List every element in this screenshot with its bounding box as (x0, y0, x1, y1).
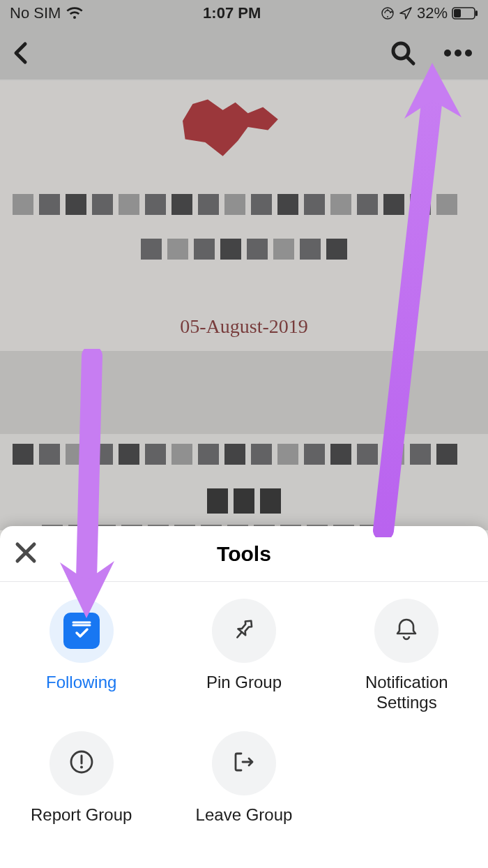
cover-caption: 05-August-2019 (0, 315, 488, 338)
location-icon (399, 6, 413, 20)
tool-report-group[interactable]: Report Group (0, 731, 162, 864)
rotation-lock-icon (381, 6, 395, 20)
tool-icon-circle (212, 599, 276, 663)
tool-icon-circle (212, 731, 276, 795)
pixelated-text (195, 488, 293, 514)
sheet-title: Tools (217, 542, 271, 566)
status-bar: No SIM 1:07 PM 32% (0, 0, 488, 27)
following-icon (63, 613, 100, 649)
svg-point-10 (80, 766, 83, 769)
cover-graphic (170, 96, 296, 173)
group-cover: 05-August-2019 (0, 81, 488, 351)
svg-rect-2 (475, 10, 478, 16)
pixelated-text (13, 194, 475, 219)
pixelated-text (98, 239, 390, 264)
alert-icon (66, 747, 97, 780)
pin-icon (229, 614, 259, 648)
tool-label: Notification Settings (344, 673, 469, 713)
tool-icon-circle (49, 731, 114, 795)
tool-notification-settings[interactable]: Notification Settings (326, 599, 488, 731)
bell-icon (391, 614, 422, 648)
close-button[interactable] (14, 541, 38, 567)
tool-label: Following (46, 673, 116, 693)
carrier-text: No SIM (10, 4, 61, 22)
search-button[interactable] (389, 39, 417, 67)
wifi-icon (66, 6, 83, 20)
tools-sheet: Tools Following Pin Group (0, 526, 488, 868)
tool-label: Report Group (31, 805, 132, 825)
tool-label: Leave Group (196, 805, 293, 825)
exit-icon (229, 747, 259, 780)
svg-rect-3 (454, 9, 461, 17)
svg-point-5 (444, 50, 451, 57)
tool-pin-group[interactable]: Pin Group (162, 599, 325, 731)
pixelated-text (13, 444, 475, 469)
svg-point-7 (465, 50, 472, 57)
more-button[interactable] (443, 49, 473, 57)
tool-icon-circle (374, 599, 439, 663)
tools-grid: Following Pin Group Notification Setting… (0, 582, 488, 864)
tool-icon-circle (49, 599, 114, 663)
sheet-header: Tools (0, 526, 488, 582)
battery-icon (452, 7, 478, 20)
svg-rect-8 (72, 627, 91, 639)
clock-text: 1:07 PM (203, 4, 261, 22)
tool-label: Pin Group (206, 673, 282, 693)
back-button[interactable] (8, 40, 35, 66)
svg-point-6 (455, 50, 462, 57)
battery-pct-text: 32% (417, 4, 448, 22)
tool-following[interactable]: Following (0, 599, 162, 731)
nav-bar (0, 27, 488, 80)
tool-leave-group[interactable]: Leave Group (162, 731, 325, 864)
